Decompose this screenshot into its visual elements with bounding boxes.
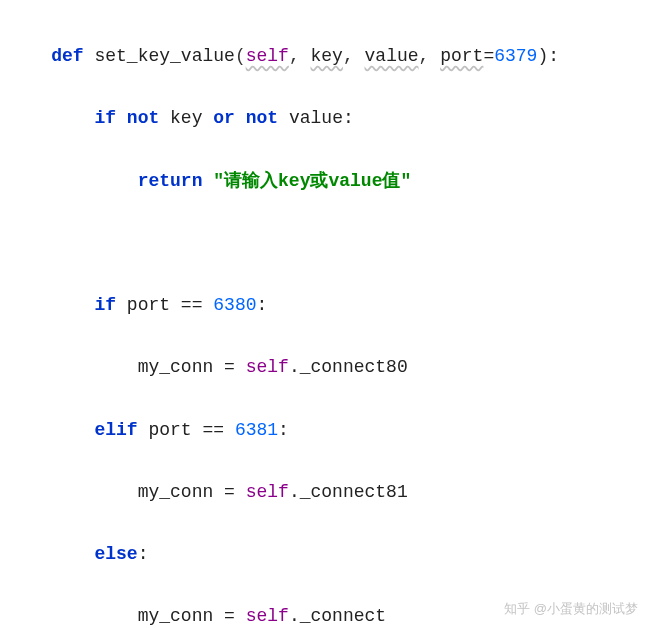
watermark-text: 知乎 @小蛋黄的测试梦 [504, 598, 638, 620]
literal-6380: 6380 [213, 295, 256, 315]
code-line-8: else: [8, 539, 644, 570]
literal-6379: 6379 [494, 46, 537, 66]
keyword-def: def [51, 46, 83, 66]
colon: : [257, 295, 268, 315]
code-line-1: def set_key_value(self, key, value, port… [8, 41, 644, 72]
code-line-7: my_conn = self._connect81 [8, 477, 644, 508]
code-line-4: if port == 6380: [8, 290, 644, 321]
expr-port: port == [127, 295, 203, 315]
code-line-2: if not key or not value: [8, 103, 644, 134]
assign-myconn: my_conn = [138, 357, 246, 377]
keyword-if: if [94, 108, 116, 128]
equals: = [483, 46, 494, 66]
code-line-6: elif port == 6381: [8, 415, 644, 446]
param-value: value [365, 46, 419, 66]
var-value: value: [289, 108, 354, 128]
keyword-return: return [138, 171, 203, 191]
code-line-3: return "请输入key或value值" [8, 166, 644, 197]
func-name: set_key_value [94, 46, 234, 66]
code-block: def set_key_value(self, key, value, port… [0, 0, 652, 628]
param-port: port [440, 46, 483, 66]
keyword-or: or [213, 108, 235, 128]
self-ref: self [246, 606, 289, 626]
code-line-blank-1 [8, 228, 644, 259]
colon: : [138, 544, 149, 564]
keyword-not: not [127, 108, 159, 128]
var-key: key [170, 108, 202, 128]
keyword-else: else [94, 544, 137, 564]
literal-6381: 6381 [235, 420, 278, 440]
assign-myconn: my_conn = [138, 482, 246, 502]
attr-connect81: ._connect81 [289, 482, 408, 502]
self-ref: self [246, 357, 289, 377]
keyword-if: if [94, 295, 116, 315]
keyword-elif: elif [94, 420, 137, 440]
attr-connect: ._connect [289, 606, 386, 626]
param-key: key [311, 46, 343, 66]
assign-myconn: my_conn = [138, 606, 246, 626]
self-ref: self [246, 482, 289, 502]
colon: : [278, 420, 289, 440]
code-line-5: my_conn = self._connect80 [8, 352, 644, 383]
attr-connect80: ._connect80 [289, 357, 408, 377]
string-literal: "请输入key或value值" [213, 171, 411, 191]
paren-colon: ): [537, 46, 559, 66]
expr-port: port == [148, 420, 224, 440]
keyword-not: not [246, 108, 278, 128]
param-self: self [246, 46, 289, 66]
